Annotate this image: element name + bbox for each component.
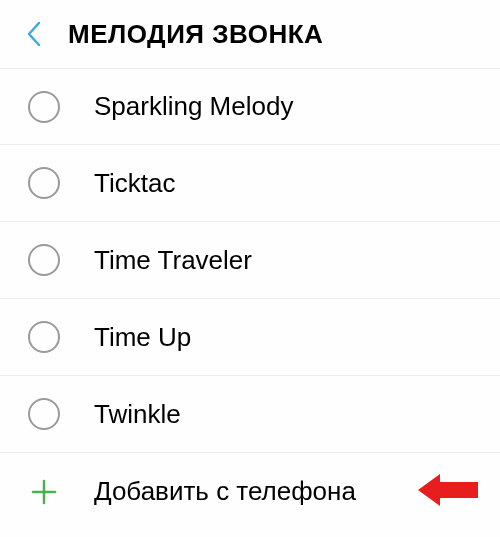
page-title: МЕЛОДИЯ ЗВОНКА [68, 19, 323, 50]
ringtone-item[interactable]: Sparkling Melody [0, 68, 500, 145]
ringtone-label: Time Up [94, 322, 191, 353]
ringtone-item[interactable]: Time Traveler [0, 222, 500, 299]
annotation-arrow-icon [418, 471, 478, 513]
ringtone-item[interactable]: Twinkle [0, 376, 500, 453]
radio-icon[interactable] [28, 91, 60, 123]
plus-icon [28, 476, 60, 508]
svg-marker-2 [418, 474, 478, 506]
add-from-phone-label: Добавить с телефона [94, 476, 356, 507]
ringtone-label: Ticktac [94, 168, 175, 199]
ringtone-label: Time Traveler [94, 245, 252, 276]
ringtone-label: Twinkle [94, 399, 181, 430]
radio-icon[interactable] [28, 321, 60, 353]
add-from-phone-button[interactable]: Добавить с телефона [0, 453, 500, 530]
radio-icon[interactable] [28, 167, 60, 199]
ringtone-label: Sparkling Melody [94, 91, 293, 122]
radio-icon[interactable] [28, 398, 60, 430]
header: МЕЛОДИЯ ЗВОНКА [0, 0, 500, 68]
ringtone-list: Sparkling Melody Ticktac Time Traveler T… [0, 68, 500, 530]
ringtone-item[interactable]: Ticktac [0, 145, 500, 222]
radio-icon[interactable] [28, 244, 60, 276]
ringtone-item[interactable]: Time Up [0, 299, 500, 376]
back-icon[interactable] [18, 19, 48, 49]
